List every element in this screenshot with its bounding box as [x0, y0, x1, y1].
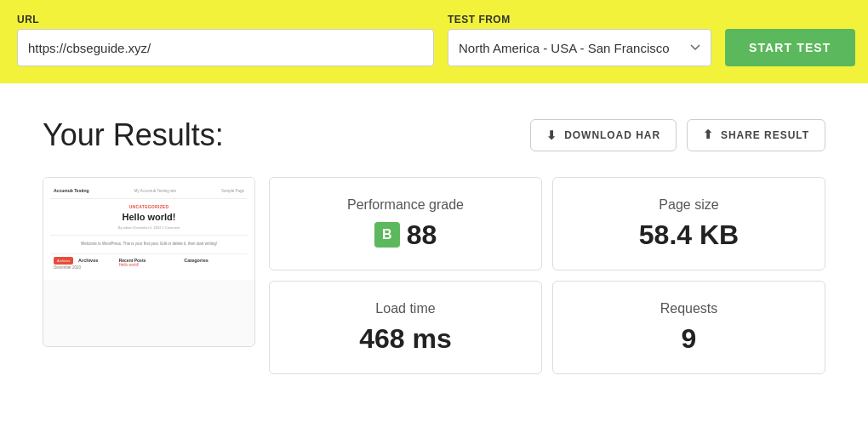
performance-number: 88: [407, 219, 437, 251]
mock-footer-row: Archives Archives December 2020 Recent P…: [50, 253, 248, 273]
metric-card-page-size: Page size 58.4 KB: [552, 177, 825, 270]
header-bar: URL Test from North America - USA - San …: [0, 0, 868, 83]
load-time-value: 468 ms: [359, 323, 452, 355]
url-field-group: URL: [17, 14, 434, 66]
results-header: Your Results: ⬇ DOWNLOAD HAR ⬆ SHARE RES…: [43, 117, 825, 153]
page-size-label: Page size: [659, 197, 718, 213]
results-body: Accumub Testing My Accumub Testing site …: [43, 177, 825, 374]
start-test-button[interactable]: START TEST: [725, 29, 855, 66]
mock-category: UNCATEGORIZED: [50, 204, 248, 209]
requests-label: Requests: [660, 301, 718, 316]
mock-logo: Accumub Testing: [54, 188, 89, 193]
download-icon: ⬇: [546, 128, 557, 142]
url-label: URL: [17, 14, 434, 26]
mock-nav: Accumub Testing My Accumub Testing site …: [50, 185, 248, 199]
mock-categories-title: Categories: [184, 258, 244, 263]
mock-body-text: Welcome to WordPress. This is your first…: [50, 241, 248, 247]
requests-value: 9: [682, 323, 697, 355]
test-from-field-group: Test from North America - USA - San Fran…: [448, 14, 711, 66]
requests-number: 9: [682, 323, 697, 355]
url-input[interactable]: [17, 29, 434, 66]
performance-value: B 88: [374, 219, 437, 251]
screenshot-box: Accumub Testing My Accumub Testing site …: [43, 177, 255, 347]
download-har-button[interactable]: ⬇ DOWNLOAD HAR: [530, 119, 677, 151]
load-time-number: 468 ms: [359, 323, 452, 355]
share-icon: ⬆: [703, 128, 714, 141]
metric-card-performance: Performance grade B 88: [269, 177, 542, 270]
mock-recent-link: Hello world!: [119, 263, 180, 267]
metric-card-requests: Requests 9: [552, 281, 825, 374]
share-result-label: SHARE RESULT: [721, 129, 809, 141]
main-content: Your Results: ⬇ DOWNLOAD HAR ⬆ SHARE RES…: [0, 83, 868, 408]
results-actions: ⬇ DOWNLOAD HAR ⬆ SHARE RESULT: [530, 119, 825, 151]
mock-post-title: Hello world!: [50, 212, 248, 222]
header-inner: URL Test from North America - USA - San …: [17, 14, 851, 66]
page-size-value: 58.4 KB: [639, 219, 739, 251]
grade-badge: B: [374, 222, 400, 248]
results-title: Your Results:: [43, 117, 224, 153]
test-from-select[interactable]: North America - USA - San FranciscoEurop…: [448, 29, 711, 66]
download-har-label: DOWNLOAD HAR: [564, 129, 660, 141]
mock-meta: By admin December 5, 2022 1 Comment: [50, 225, 248, 230]
test-from-label: Test from: [448, 14, 711, 26]
mock-archives-btn: Archives: [54, 257, 73, 265]
mock-archive-date: December 2020: [54, 265, 114, 270]
metrics-grid: Performance grade B 88 Page size 58.4 KB…: [269, 177, 825, 374]
screenshot-mockup: Accumub Testing My Accumub Testing site …: [43, 178, 254, 280]
share-result-button[interactable]: ⬆ SHARE RESULT: [687, 119, 825, 151]
metric-card-load-time: Load time 468 ms: [269, 281, 542, 374]
page-size-number: 58.4 KB: [639, 219, 739, 251]
performance-label: Performance grade: [347, 197, 464, 213]
load-time-label: Load time: [375, 301, 435, 316]
